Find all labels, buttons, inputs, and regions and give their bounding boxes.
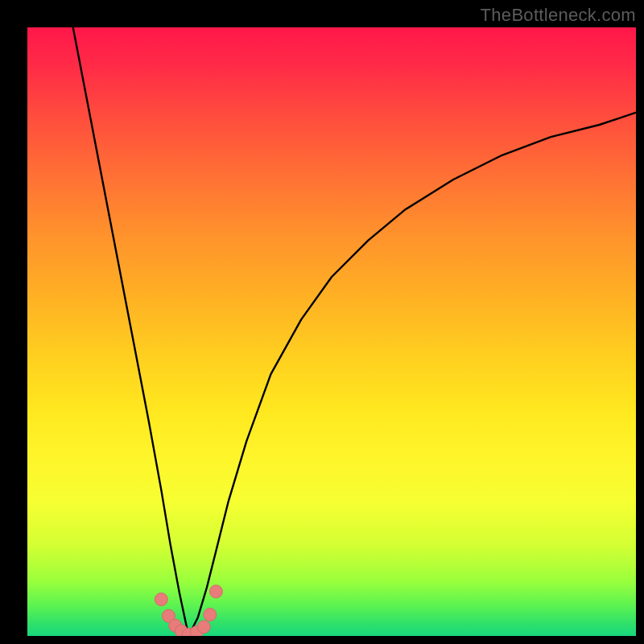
marker-dot xyxy=(204,609,217,621)
marker-dot xyxy=(209,585,222,598)
curve-layer xyxy=(27,27,636,636)
bottleneck-curve xyxy=(73,27,636,636)
marker-dot xyxy=(155,593,167,606)
plot-area xyxy=(27,27,636,636)
watermark-text: TheBottleneck.com xyxy=(481,5,636,26)
marker-dot xyxy=(197,621,210,634)
chart-frame: TheBottleneck.com xyxy=(0,0,644,644)
highlight-markers xyxy=(155,585,222,636)
